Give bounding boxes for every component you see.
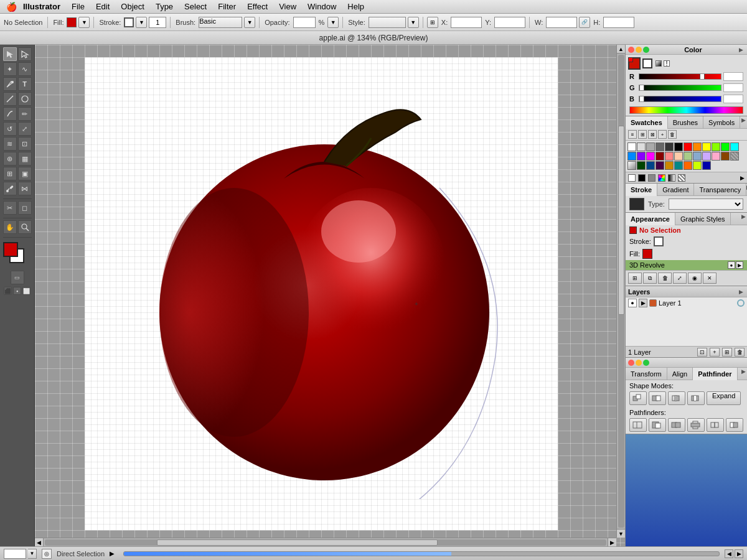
appearance-new-btn[interactable]: ⊞ [628,273,642,284]
eraser-tool[interactable]: ◻ [18,201,32,215]
swatch-footer-black[interactable] [638,174,646,182]
stroke-swatch[interactable] [124,17,134,27]
fill-dropdown-btn[interactable]: ▼ [78,17,90,28]
swatch-brown[interactable] [721,152,730,161]
swatch-black[interactable] [674,142,683,151]
swatch-footer-color[interactable] [658,174,665,182]
swatch-yellow-green[interactable] [712,142,720,151]
swatch-navy[interactable] [646,161,655,170]
fill-swatch[interactable] [67,17,77,27]
full-screen[interactable]: ⬜ [22,287,31,295]
stroke-width-input[interactable] [149,17,166,28]
color-panel-menu[interactable]: ▶ [737,46,745,54]
swatch-magenta[interactable] [646,152,655,161]
line-tool[interactable] [3,92,17,106]
w-input[interactable]: 0 px [546,17,577,28]
menu-file[interactable]: File [66,0,90,14]
swatch-white[interactable] [627,142,636,151]
ellipse-tool[interactable] [18,92,32,106]
warp-tool[interactable]: ≋ [3,137,17,151]
paintbrush-tool[interactable] [3,107,17,121]
appearance-3d-effect-row[interactable]: 3D Revolve ● ▶ [626,260,747,270]
swatch-gold[interactable] [665,161,674,170]
column-graph-tool[interactable]: ▦ [18,152,32,166]
layers-new-sublayer[interactable]: + [710,348,720,357]
constrain-icon[interactable]: 🔗 [579,17,590,28]
swatch-footer-pattern[interactable] [678,174,685,182]
change-screen-mode[interactable]: ▭ [11,271,24,284]
menu-illustrator[interactable]: Illustrator [17,0,66,14]
appearance-del-btn[interactable]: 🗑 [658,273,672,284]
swatch-red[interactable] [684,142,692,151]
opacity-dropdown-btn[interactable]: ▼ [327,17,339,28]
r-slider[interactable] [639,73,721,80]
swatch-gray[interactable] [646,142,655,151]
pf-trim-btn[interactable] [649,418,666,432]
g-slider-thumb[interactable] [639,85,644,91]
none-color-icon[interactable] [655,60,662,67]
swatch-darkred[interactable] [655,152,664,161]
layer-target-btn[interactable] [737,299,745,307]
direct-selection-tool[interactable] [18,47,32,61]
layer-name[interactable]: Layer 1 [659,299,735,307]
layers-new-layer[interactable]: ⊞ [722,348,732,357]
layers-make-clipping[interactable]: ⊡ [697,348,707,357]
stroke-dropdown-btn[interactable]: ▼ [136,17,147,28]
x-input[interactable]: 0 px [451,17,482,28]
menu-edit[interactable]: Edit [90,0,115,14]
free-transform-tool[interactable]: ⊡ [18,137,32,151]
menu-help[interactable]: Help [342,0,370,14]
swatch-dgray[interactable] [655,142,664,151]
v-scrollbar[interactable]: ▲ ▼ [616,45,625,538]
appearance-link-btn[interactable]: ⤢ [673,273,687,284]
scroll-down-btn[interactable]: ▼ [617,529,626,538]
shape-exclude-btn[interactable] [687,391,705,405]
swatch-delete[interactable]: 🗑 [668,130,677,139]
brush-dropdown[interactable]: Basic [199,17,242,28]
pencil-tool[interactable]: ✏ [18,107,32,121]
swatch-mode-large[interactable]: ⊠ [648,130,657,139]
pf-crop-btn[interactable] [687,418,705,432]
swatch-teal[interactable] [674,161,683,170]
tab-brushes[interactable]: Brushes [668,116,703,129]
swatch-footer-reg[interactable] [648,174,655,182]
r-slider-thumb[interactable] [700,73,705,80]
pathfinder-min-btn[interactable] [636,360,642,366]
appearance-fill-swatch[interactable] [642,249,652,259]
menu-type[interactable]: Type [150,0,179,14]
tab-pathfinder[interactable]: Pathfinder [693,368,737,380]
normal-screen[interactable]: ⬛ [4,287,12,295]
tab-swatches[interactable]: Swatches [626,116,668,129]
swatch-pattern[interactable] [730,152,739,161]
r-value-input[interactable]: 189 [723,72,743,81]
pen-tool[interactable] [3,77,17,91]
swatch-xdgray[interactable] [665,142,674,151]
menu-window[interactable]: Window [302,0,342,14]
tab-gradient[interactable]: Gradient [657,184,694,196]
layer-eye-btn[interactable]: ● [628,299,637,307]
y-input[interactable]: 0 px [494,17,525,28]
color-spectrum[interactable] [629,106,743,114]
v-scrollbar-thumb[interactable] [618,126,624,315]
swatch-maroon[interactable] [655,161,664,170]
swatch-lavender[interactable] [702,152,711,161]
color-swatch-fill[interactable] [628,57,641,70]
pf-merge-btn[interactable] [668,418,685,432]
apple-menu[interactable]: 🍎 [5,0,17,14]
menu-filter[interactable]: Filter [212,0,242,14]
zoom-dropdown-btn[interactable]: ▼ [28,549,37,559]
swatch-cyan[interactable] [730,142,739,151]
opacity-input[interactable]: 100 [293,17,316,28]
shape-intersect-btn[interactable] [668,391,685,405]
swatch-peach[interactable] [674,152,683,161]
stroke-type-select[interactable] [669,198,743,210]
color-swatch-stroke[interactable] [642,58,652,68]
tab-appearance[interactable]: Appearance [626,213,675,225]
pf-outline-btn[interactable] [707,418,724,432]
menu-view[interactable]: View [273,0,302,14]
pathfinder-close-btn[interactable] [628,360,634,366]
swatch-lgray[interactable] [637,142,646,151]
lasso-tool[interactable]: ∿ [18,62,32,76]
shape-sub-btn[interactable] [649,391,666,405]
warning-icon[interactable]: ! [664,60,670,67]
